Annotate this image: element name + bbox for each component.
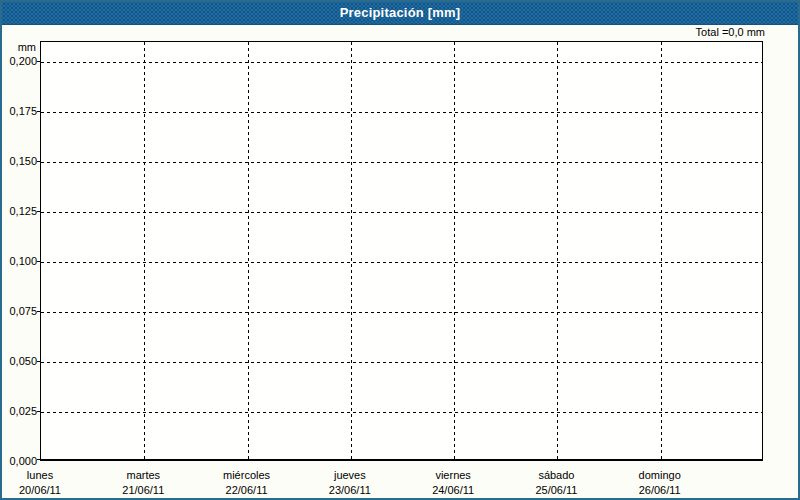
x-date-label: 21/06/11 <box>88 483 198 497</box>
y-tick-label: 0,000 <box>2 454 37 468</box>
x-day-label: miércoles <box>192 468 302 482</box>
y-gridline <box>41 162 762 163</box>
y-tick-label: 0,025 <box>2 404 37 418</box>
title-bar: Precipitación [mm] <box>2 2 798 25</box>
y-axis-unit-label: mm <box>2 41 36 53</box>
y-gridline <box>41 262 762 263</box>
x-gridline <box>661 42 662 459</box>
x-gridline <box>454 42 455 459</box>
x-gridline <box>351 42 352 459</box>
y-tick-mark <box>37 459 40 460</box>
y-tick-label: 0,125 <box>2 204 37 218</box>
y-tick-mark <box>37 161 40 162</box>
x-date-label: 22/06/11 <box>192 483 302 497</box>
y-gridline <box>41 112 762 113</box>
x-date-label: 20/06/11 <box>0 483 95 497</box>
y-tick-mark <box>37 61 40 62</box>
y-tick-label: 0,075 <box>2 304 37 318</box>
y-tick-mark <box>37 111 40 112</box>
y-gridline <box>41 312 762 313</box>
x-date-label: 23/06/11 <box>295 483 405 497</box>
y-gridline <box>41 362 762 363</box>
y-tick-label: 0,200 <box>2 54 37 68</box>
y-tick-label: 0,050 <box>2 354 37 368</box>
x-gridline <box>557 42 558 459</box>
plot-area <box>40 41 763 461</box>
y-tick-label: 0,100 <box>2 254 37 268</box>
x-day-label: viernes <box>398 468 508 482</box>
x-day-label: martes <box>88 468 198 482</box>
y-tick-mark <box>37 361 40 362</box>
chart-title: Precipitación [mm] <box>340 5 461 20</box>
chart-window: Precipitación [mm] Total =0,0 mm mm 0,20… <box>0 0 800 500</box>
x-day-label: lunes <box>0 468 95 482</box>
y-tick-mark <box>37 311 40 312</box>
x-gridline <box>248 42 249 459</box>
y-tick-mark <box>37 211 40 212</box>
total-label: Total =0,0 mm <box>696 26 765 38</box>
y-gridline <box>41 212 762 213</box>
y-tick-mark <box>37 411 40 412</box>
x-date-label: 24/06/11 <box>398 483 508 497</box>
y-gridline <box>41 62 762 63</box>
x-date-label: 25/06/11 <box>501 483 611 497</box>
x-gridline <box>144 42 145 459</box>
x-day-label: sábado <box>501 468 611 482</box>
y-tick-mark <box>37 261 40 262</box>
x-date-label: 26/06/11 <box>605 483 715 497</box>
y-tick-label: 0,150 <box>2 154 37 168</box>
x-day-label: jueves <box>295 468 405 482</box>
y-gridline <box>41 412 762 413</box>
y-tick-label: 0,175 <box>2 104 37 118</box>
chart-canvas: Total =0,0 mm mm 0,2000,1750,1500,1250,1… <box>2 25 798 498</box>
x-day-label: domingo <box>605 468 715 482</box>
